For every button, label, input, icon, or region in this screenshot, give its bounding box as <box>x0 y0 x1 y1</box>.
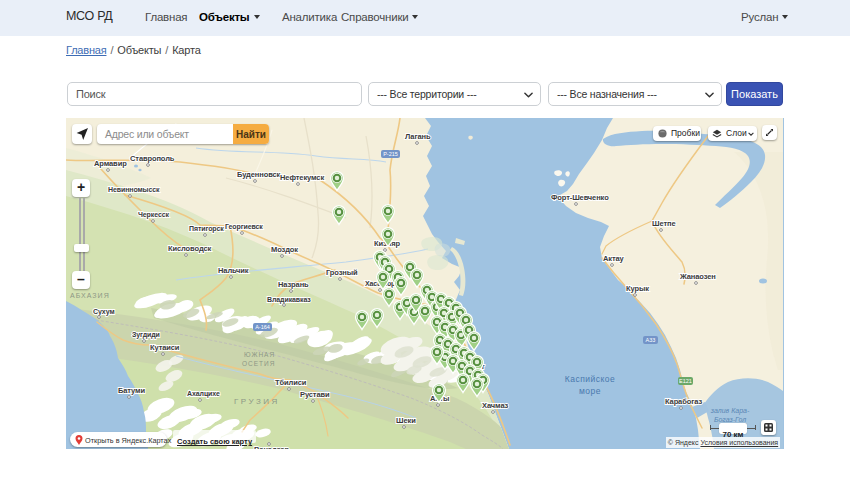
svg-text:Нефтекумск: Нефтекумск <box>280 173 324 182</box>
svg-text:Актау: Актау <box>603 254 625 263</box>
svg-text:Ванадзор: Ванадзор <box>254 445 290 449</box>
svg-text:Кутаиси: Кутаиси <box>150 343 180 352</box>
svg-text:Назрань: Назрань <box>278 280 309 289</box>
svg-text:Нальчик: Нальчик <box>218 266 249 275</box>
svg-text:Черкесск: Черкесск <box>138 211 169 219</box>
svg-text:Зугдиди: Зугдиди <box>132 331 160 339</box>
svg-text:Армавир: Армавир <box>94 159 127 168</box>
svg-text:Шетпе: Шетпе <box>652 219 675 228</box>
svg-text:Е121: Е121 <box>679 378 692 384</box>
svg-text:Кисловодск: Кисловодск <box>168 244 212 253</box>
svg-text:А33: А33 <box>646 337 656 343</box>
svg-text:Форт-Шевченко: Форт-Шевченко <box>551 193 609 202</box>
svg-text:Ахалцихе: Ахалцихе <box>187 390 220 398</box>
svg-text:ГРУЗИЯ: ГРУЗИЯ <box>234 397 280 406</box>
svg-text:Лагань: Лагань <box>405 132 431 141</box>
svg-text:АБХАЗИЯ: АБХАЗИЯ <box>70 292 110 299</box>
svg-text:Грозный: Грозный <box>326 268 358 277</box>
svg-text:Хачмаз: Хачмаз <box>482 401 509 410</box>
svg-text:Тбилиси: Тбилиси <box>275 378 307 387</box>
svg-text:ЮЖНАЯ: ЮЖНАЯ <box>244 351 275 358</box>
svg-text:Пятигорск: Пятигорск <box>189 225 224 233</box>
svg-text:Георгиевск: Георгиевск <box>225 223 263 231</box>
svg-text:Батуми: Батуми <box>118 386 146 395</box>
svg-text:Моздок: Моздок <box>271 245 298 254</box>
svg-text:Р-215: Р-215 <box>383 151 398 157</box>
svg-text:Шеки: Шеки <box>396 416 416 425</box>
svg-text:залив Кара-: залив Кара- <box>710 407 750 415</box>
svg-text:Ставрополь: Ставрополь <box>130 154 175 163</box>
svg-text:Богаз-Гол: Богаз-Гол <box>714 416 746 423</box>
svg-text:Сухум: Сухум <box>93 308 115 316</box>
svg-text:Невинномысск: Невинномысск <box>108 186 160 193</box>
svg-text:Рустави: Рустави <box>300 390 330 399</box>
svg-text:Владикавказ: Владикавказ <box>267 296 311 304</box>
svg-text:Жанаозен: Жанаозен <box>679 272 716 281</box>
svg-text:Курык: Курык <box>626 284 649 293</box>
svg-text:А-164: А-164 <box>255 324 270 330</box>
svg-text:Каспийское: Каспийское <box>565 374 616 384</box>
svg-text:Буденновск: Буденновск <box>237 170 281 179</box>
svg-text:море: море <box>579 386 601 396</box>
svg-text:Карабогаз: Карабогаз <box>665 397 702 406</box>
svg-text:ОСЕТИЯ: ОСЕТИЯ <box>242 360 275 367</box>
